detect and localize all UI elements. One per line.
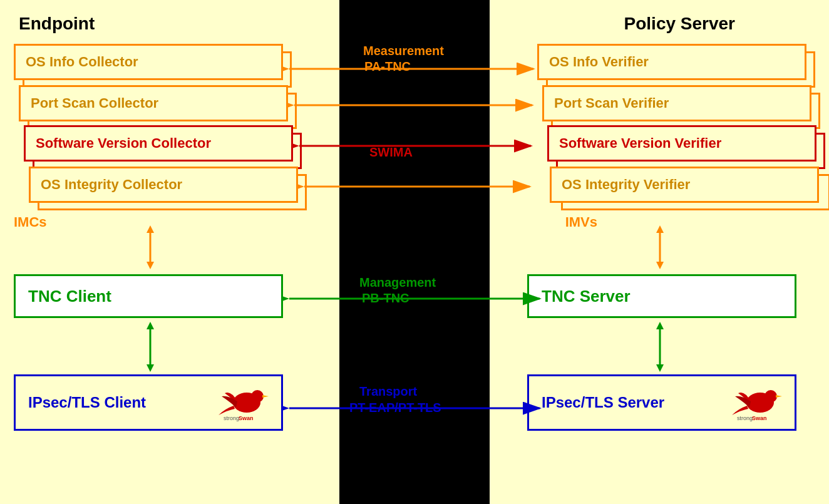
left-green-vertical-arrow [138, 322, 163, 372]
os-integrity-collector-box: OS Integrity Collector [29, 167, 298, 203]
port-scan-verifier-box: Port Scan Verifier [542, 85, 811, 121]
svg-marker-2 [147, 262, 154, 269]
os-integrity-arrow [298, 177, 542, 196]
svg-marker-15 [656, 322, 664, 329]
tnc-server-label: TNC Server [542, 287, 631, 306]
svg-text:Swan: Swan [239, 415, 254, 421]
strongswan-logo-right: strong Swan [726, 384, 782, 421]
ipsec-client-label: IPsec/TLS Client [28, 394, 146, 411]
software-version-verifier-box: Software Version Verifier [547, 125, 816, 162]
svg-text:Swan: Swan [752, 415, 767, 421]
svg-marker-16 [656, 364, 664, 372]
ipsec-server-box: IPsec/TLS Server strong Swan [527, 374, 796, 431]
imc-label: IMCs [14, 214, 47, 230]
strongswan-logo-left: strong Swan [212, 384, 269, 421]
port-scan-collector-label: Port Scan Collector [31, 95, 158, 111]
software-version-verifier-label: Software Version Verifier [559, 135, 721, 152]
os-info-verifier-label: OS Info Verifier [549, 54, 649, 70]
os-info-verifier-box: OS Info Verifier [537, 44, 806, 80]
measurement-arrow [283, 55, 546, 83]
port-scan-verifier-label: Port Scan Verifier [554, 95, 669, 111]
left-title: Endpoint [19, 14, 95, 34]
os-integrity-collector-label: OS Integrity Collector [41, 177, 182, 193]
svg-marker-19 [776, 395, 782, 398]
right-vertical-arrow [647, 225, 672, 269]
os-integrity-verifier-label: OS Integrity Verifier [562, 177, 690, 193]
ipsec-client-box: IPsec/TLS Client strong Swan [14, 374, 283, 431]
svg-marker-4 [147, 322, 154, 329]
svg-text:strong: strong [224, 415, 239, 421]
port-scan-collector-box: Port Scan Collector [19, 85, 288, 121]
ipsec-server-label: IPsec/TLS Server [542, 394, 664, 411]
tnc-client-box: TNC Client [14, 274, 283, 318]
svg-marker-12 [656, 225, 664, 233]
svg-marker-1 [147, 225, 154, 233]
svg-marker-13 [656, 262, 664, 269]
svg-point-7 [251, 390, 264, 403]
swima-arrow [293, 136, 543, 155]
right-title: Policy Server [624, 14, 735, 34]
left-vertical-arrow [138, 225, 163, 269]
svg-text:strong: strong [737, 415, 753, 421]
software-version-collector-box: Software Version Collector [24, 125, 293, 162]
svg-point-18 [765, 390, 777, 403]
svg-marker-8 [262, 395, 269, 398]
os-info-collector-box: OS Info Collector [14, 44, 283, 80]
diagram: Endpoint Policy Server OS Info Collector… [0, 0, 829, 504]
software-version-collector-label: Software Version Collector [36, 135, 211, 152]
management-arrow [283, 285, 552, 312]
transport-arrow [283, 394, 552, 422]
tnc-server-box: TNC Server [527, 274, 796, 318]
svg-marker-5 [147, 364, 154, 372]
os-integrity-verifier-box: OS Integrity Verifier [550, 167, 819, 203]
tnc-client-label: TNC Client [28, 287, 111, 306]
imv-label: IMVs [565, 214, 597, 230]
right-green-vertical-arrow [647, 322, 672, 372]
os-info-collector-label: OS Info Collector [26, 54, 138, 70]
port-scan-arrow [288, 96, 545, 115]
